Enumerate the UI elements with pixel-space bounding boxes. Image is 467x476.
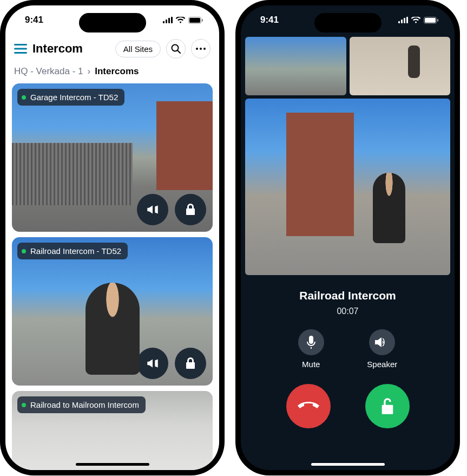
lock-button[interactable] <box>175 194 206 225</box>
battery-icon <box>188 17 203 24</box>
app-header: Intercom All Sites <box>5 35 219 63</box>
hangup-icon <box>298 402 319 410</box>
status-time: 9:41 <box>25 15 43 25</box>
menu-button[interactable] <box>14 44 27 54</box>
speaker-label: Speaker <box>367 360 397 369</box>
intercom-card-list: Garage Intercom - TD52 Railroad Intercom… <box>5 83 219 470</box>
svg-rect-0 <box>163 21 165 23</box>
call-screen: Railroad Intercom 00:07 Mute Speaker <box>241 35 455 428</box>
microphone-icon <box>306 336 317 349</box>
card-actions <box>137 194 206 225</box>
intercom-card[interactable]: Railroad to Mailroom Intercom <box>12 391 213 470</box>
breadcrumb-path[interactable]: HQ - Verkada - 1 <box>14 66 83 77</box>
intercom-label: Railroad to Mailroom Intercom <box>17 396 146 413</box>
main-camera-view[interactable] <box>245 99 450 275</box>
notch <box>314 13 382 32</box>
search-icon <box>171 44 181 54</box>
svg-rect-2 <box>168 18 170 23</box>
svg-point-10 <box>172 45 179 51</box>
cellular-icon <box>163 17 173 23</box>
intercom-name: Railroad to Mailroom Intercom <box>30 400 139 409</box>
status-icons <box>163 17 203 24</box>
svg-rect-18 <box>406 17 408 23</box>
svg-point-14 <box>203 48 206 50</box>
svg-rect-6 <box>202 19 203 22</box>
svg-line-11 <box>178 51 181 54</box>
site-filter-button[interactable]: All Sites <box>115 41 161 57</box>
mute-control: Mute <box>298 329 324 369</box>
breadcrumb: HQ - Verkada - 1 › Intercoms <box>5 63 219 83</box>
camera-tile[interactable] <box>350 37 451 95</box>
call-timer: 00:07 <box>244 307 451 316</box>
call-controls: Mute Speaker <box>244 329 451 369</box>
call-action-buttons <box>244 384 451 428</box>
status-dot <box>22 95 26 100</box>
svg-rect-3 <box>171 17 173 23</box>
home-indicator[interactable] <box>76 463 149 466</box>
talk-button[interactable] <box>137 194 168 225</box>
intercom-label: Railroad Intercom - TD52 <box>17 243 128 259</box>
more-icon <box>196 48 206 50</box>
intercom-card[interactable]: Railroad Intercom - TD52 <box>12 237 213 386</box>
search-button[interactable] <box>166 39 186 58</box>
home-indicator[interactable] <box>311 463 385 466</box>
notch <box>79 13 146 32</box>
lock-icon <box>184 357 197 370</box>
chevron-right-icon: › <box>88 66 91 77</box>
talk-button[interactable] <box>137 348 168 379</box>
mute-button[interactable] <box>298 329 324 355</box>
status-icons <box>398 17 438 24</box>
speaker-control: Speaker <box>367 329 397 369</box>
svg-point-12 <box>196 48 198 50</box>
app-title: Intercom <box>32 42 110 56</box>
megaphone-icon <box>146 203 160 217</box>
svg-rect-1 <box>166 19 167 23</box>
card-actions <box>137 348 206 379</box>
lock-button[interactable] <box>175 348 206 379</box>
megaphone-icon <box>146 356 160 370</box>
call-title: Railroad Intercom <box>244 289 451 302</box>
breadcrumb-current: Intercoms <box>95 66 139 77</box>
status-dot <box>22 249 26 253</box>
battery-icon <box>424 17 438 24</box>
camera-tile-row <box>244 35 451 99</box>
unlock-icon <box>380 397 395 415</box>
svg-rect-21 <box>437 19 438 22</box>
speaker-icon <box>375 336 389 348</box>
more-button[interactable] <box>191 39 211 58</box>
status-time: 9:41 <box>260 15 279 25</box>
camera-tile[interactable] <box>245 37 346 95</box>
wifi-icon <box>411 17 420 23</box>
unlock-button[interactable] <box>365 384 410 428</box>
svg-point-13 <box>200 48 202 50</box>
svg-rect-15 <box>398 21 400 23</box>
wifi-icon <box>176 17 185 23</box>
svg-rect-7 <box>14 44 27 45</box>
svg-rect-8 <box>14 48 27 50</box>
mute-label: Mute <box>302 360 320 369</box>
intercom-name: Railroad Intercom - TD52 <box>30 246 121 256</box>
cellular-icon <box>398 17 408 23</box>
svg-rect-17 <box>404 18 405 23</box>
svg-rect-20 <box>425 18 436 23</box>
svg-rect-5 <box>189 18 200 23</box>
phone-active-call: 9:41 Railroad Intercom 00:07 Mute <box>241 5 455 470</box>
intercom-label: Garage Intercom - TD52 <box>17 89 124 106</box>
speaker-button[interactable] <box>369 329 395 355</box>
lock-icon <box>184 203 197 216</box>
svg-rect-16 <box>401 19 403 23</box>
hangup-button[interactable] <box>286 384 331 428</box>
intercom-card[interactable]: Garage Intercom - TD52 <box>12 83 213 232</box>
svg-rect-9 <box>14 52 27 54</box>
status-dot <box>22 403 26 407</box>
intercom-name: Garage Intercom - TD52 <box>30 93 118 102</box>
phone-intercom-list: 9:41 Intercom All Sites HQ - Verkada - 1… <box>5 5 219 470</box>
